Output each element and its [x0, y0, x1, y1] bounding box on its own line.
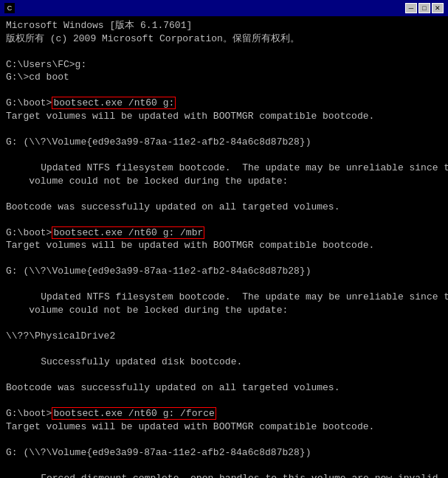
command-boxed: bootsect.exe /nt60 g:: [52, 97, 176, 109]
console-line: [6, 148, 442, 162]
console-line: G: (\\?\Volume{ed9e3a99-87aa-11e2-afb2-8…: [6, 265, 442, 278]
console-line: [6, 213, 442, 226]
console-line: [6, 84, 442, 97]
console-area: Microsoft Windows [版本 6.1.7601]版权所有 (c) …: [0, 16, 448, 478]
console-line: volume could not be locked during the up…: [6, 304, 442, 317]
console-line: G:\boot>bootsect.exe /nt60 g: /force: [6, 407, 442, 420]
maximize-button[interactable]: □: [418, 3, 430, 13]
console-line: Bootcode was successfully updated on all…: [6, 381, 442, 395]
command-boxed: bootsect.exe /nt60 g: /mbr: [52, 226, 204, 239]
minimize-button[interactable]: ─: [405, 3, 417, 13]
console-line: [6, 395, 442, 408]
console-line: volume could not be locked during the up…: [6, 175, 442, 188]
console-line: Microsoft Windows [版本 6.1.7601]: [6, 19, 442, 32]
console-line: \\??\PhysicalDrive2: [6, 330, 442, 343]
console-line: G: (\\?\Volume{ed9e3a99-87aa-11e2-afb2-8…: [6, 136, 442, 149]
console-line: C:\Users\FC>g:: [6, 58, 442, 72]
console-line: G:\boot>bootsect.exe /nt60 g: /mbr: [6, 226, 442, 240]
console-line: [6, 252, 442, 266]
console-line: Updated NTFS filesystem bootcode. The up…: [6, 162, 442, 175]
prompt: G:\boot>: [6, 97, 52, 108]
console-line: Target volumes will be updated with BOOT…: [6, 110, 442, 123]
console-line: G:\boot>bootsect.exe /nt60 g:: [6, 97, 442, 110]
console-line: Forced dismount complete, open handles t…: [6, 472, 442, 478]
title-bar: C ─ □ ✕: [0, 0, 448, 16]
console-line: [6, 343, 442, 356]
console-line: Bootcode was successfully updated on all…: [6, 201, 442, 214]
console-line: Successfully updated disk bootcode.: [6, 356, 442, 369]
prompt: G:\boot>: [6, 408, 52, 419]
console-line: G: (\\?\Volume{ed9e3a99-87aa-11e2-afb2-8…: [6, 446, 442, 460]
close-button[interactable]: ✕: [432, 3, 444, 13]
console-line: G:\>cd boot: [6, 71, 442, 84]
console-line: [6, 278, 442, 291]
console-line: 版权所有 (c) 2009 Microsoft Corporation。保留所有…: [6, 32, 442, 46]
prompt: G:\boot>: [6, 227, 52, 238]
console-line: Target volumes will be updated with BOOT…: [6, 420, 442, 434]
title-icon: C: [4, 3, 15, 13]
command-boxed: bootsect.exe /nt60 g: /force: [52, 407, 216, 420]
console-line: Updated NTFS filesystem bootcode. The up…: [6, 291, 442, 304]
console-line: [6, 369, 442, 382]
console-line: [6, 187, 442, 201]
console-line: [6, 434, 442, 447]
console-line: [6, 122, 442, 136]
console-line: [6, 45, 442, 58]
console-line: [6, 317, 442, 330]
console-line: Target volumes will be updated with BOOT…: [6, 239, 442, 252]
console-line: [6, 460, 442, 473]
